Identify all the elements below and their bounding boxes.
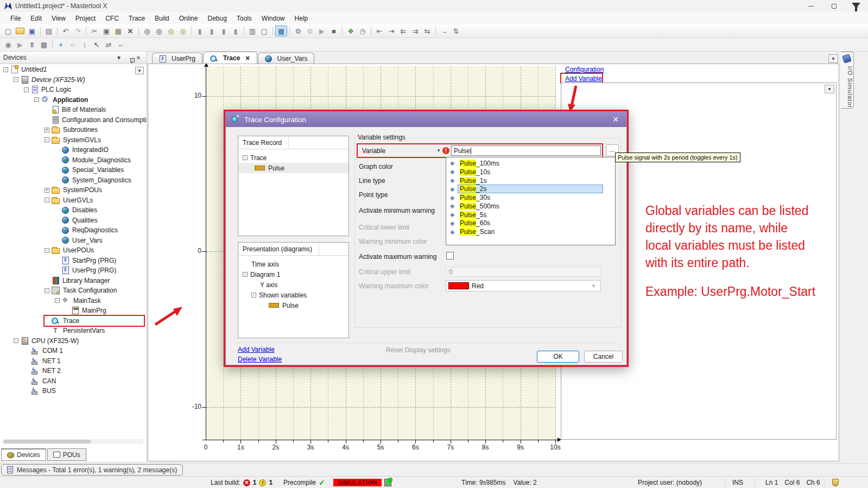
crosshair-icon[interactable]	[55, 39, 67, 50]
undo-icon[interactable]	[60, 26, 72, 36]
shown-variables-item[interactable]: - Shown variables	[238, 290, 349, 300]
tree-expander[interactable]: -	[55, 298, 60, 303]
add-variable-link[interactable]: Add Variable	[238, 346, 275, 353]
tree-item[interactable]: Module_Diagnostics	[0, 155, 147, 166]
tree-item[interactable]: + SystemPOUs	[0, 185, 147, 195]
cut-icon[interactable]	[88, 26, 100, 36]
panel-tab[interactable]: POUs	[47, 448, 86, 461]
stop-icon[interactable]	[328, 26, 340, 36]
menu-item[interactable]: Tools	[232, 12, 257, 24]
menu-item[interactable]: CFC	[100, 12, 124, 24]
tree-item[interactable]: - Task Configuration	[0, 286, 147, 296]
menu-item[interactable]: View	[47, 12, 71, 24]
menu-item[interactable]: Edit	[26, 12, 47, 24]
outdent-left-icon[interactable]	[397, 26, 409, 36]
trace-record-variable[interactable]: Pulse	[238, 163, 349, 173]
tree-expander[interactable]	[45, 107, 49, 112]
dropdown-item[interactable]: Pulse_2s	[446, 185, 615, 193]
tree-item[interactable]: Trace	[0, 316, 147, 326]
tree-expander[interactable]	[55, 208, 60, 213]
dropdown-item[interactable]: Pulse_10s	[446, 168, 615, 176]
tree-item[interactable]: Qualities	[0, 216, 147, 226]
open-icon[interactable]	[14, 26, 26, 36]
panel-menu-icon[interactable]: ▼	[114, 55, 124, 61]
fit-icon[interactable]	[79, 39, 91, 50]
tree-expander[interactable]: +	[45, 128, 49, 132]
tree-item[interactable]: CAN	[0, 376, 147, 386]
bookmark-icon[interactable]	[194, 26, 206, 36]
bookmark-next-icon[interactable]	[218, 26, 230, 36]
tree-expander[interactable]: -	[3, 67, 8, 72]
copy-format-icon[interactable]	[246, 26, 258, 36]
tree-item[interactable]: Special_Variables	[0, 165, 147, 175]
tree-expander[interactable]	[24, 358, 29, 363]
trace-icon[interactable]	[2, 39, 14, 50]
diagram-item[interactable]: - Diagram 1	[238, 269, 349, 280]
pause-icon[interactable]	[26, 39, 38, 50]
tree-item[interactable]: - Untitled1	[0, 65, 147, 75]
dropdown-item[interactable]: Pulse_60s	[446, 219, 615, 228]
tree-item[interactable]: Bill of Materials	[0, 105, 147, 115]
build-icon[interactable]	[345, 26, 357, 36]
tree-expander[interactable]	[24, 369, 29, 373]
dropdown-item[interactable]: Pulse_5s	[446, 211, 615, 219]
menu-item[interactable]: Debug	[202, 12, 231, 24]
tree-item[interactable]: NET 1	[0, 356, 147, 366]
bookmark-prev-icon[interactable]	[206, 26, 218, 36]
window-icon[interactable]	[258, 26, 270, 36]
expand-icon[interactable]	[115, 39, 126, 50]
tree-expander[interactable]	[55, 258, 60, 263]
tree-item[interactable]: Disables	[0, 205, 147, 216]
tree-expander[interactable]	[24, 389, 29, 394]
tree-item[interactable]: + Subroutines	[0, 125, 147, 135]
tab-close-icon[interactable]: ✕	[245, 55, 250, 62]
delete-variable-link[interactable]: Delete Variable	[238, 356, 282, 363]
tree-item[interactable]: - MainTask	[0, 296, 147, 306]
tree-expander[interactable]: -	[24, 87, 29, 92]
tree-item[interactable]: StartPrg (PRG)	[0, 256, 147, 266]
horizontal-scrollbar[interactable]	[2, 439, 143, 444]
tree-expander[interactable]	[55, 228, 60, 233]
unindent-icon[interactable]	[421, 26, 433, 36]
tree-item[interactable]: - PLC Logic	[0, 85, 147, 95]
dropdown-item[interactable]: Pulse_1s	[446, 176, 615, 185]
time-axis-item[interactable]: Time axis	[238, 259, 349, 269]
tree-item[interactable]: - UserPOUs	[0, 245, 147, 256]
legend-dropdown-icon[interactable]: ▼	[825, 85, 834, 93]
tree-expander[interactable]	[55, 238, 60, 243]
clock-icon[interactable]	[357, 26, 369, 36]
tree-item[interactable]: UserPrg (PRG)	[0, 265, 147, 276]
side-tab[interactable]: I/O Simulator	[841, 52, 854, 109]
tree-expander[interactable]: -	[14, 77, 18, 82]
start-icon[interactable]	[316, 26, 328, 36]
tree-expander[interactable]	[55, 178, 60, 182]
sync-icon[interactable]	[450, 26, 462, 36]
tree-expander[interactable]	[55, 168, 60, 173]
play-icon[interactable]	[14, 39, 26, 50]
tree-item[interactable]: - Device (XF325-W)	[0, 75, 147, 85]
minimize-button[interactable]	[800, 0, 822, 12]
indent-left-icon[interactable]	[373, 26, 385, 36]
panel-tab[interactable]: Devices	[1, 448, 46, 461]
shown-variable-pulse[interactable]: Pulse	[238, 300, 349, 310]
tree-item[interactable]: BUS	[0, 386, 147, 396]
redo-icon[interactable]	[72, 26, 84, 36]
tree-item[interactable]: ReqDiagnostics	[0, 225, 147, 236]
document-tab[interactable]: Trace ✕	[203, 52, 257, 64]
tree-item[interactable]: - UserGVLs	[0, 195, 147, 206]
menu-item[interactable]: Help	[290, 12, 313, 24]
menu-item[interactable]: Trace	[124, 12, 150, 24]
tree-expander[interactable]	[55, 157, 60, 162]
tree-expander[interactable]	[45, 278, 49, 283]
tree-quicknav-dropdown[interactable]: ▼	[135, 67, 144, 74]
tree-expander[interactable]: -	[45, 248, 49, 253]
replace-files-icon[interactable]	[177, 26, 189, 36]
menu-item[interactable]: Online	[174, 12, 203, 24]
ok-button[interactable]: OK	[537, 351, 579, 363]
tree-item[interactable]: NET 2	[0, 366, 147, 376]
tree-item[interactable]: - SystemGVLs	[0, 135, 147, 145]
y-axis-item[interactable]: Y axis	[238, 280, 349, 290]
tree-expander[interactable]	[55, 218, 60, 223]
chevron-down-icon[interactable]: ▼	[436, 148, 441, 153]
gear-online-icon[interactable]	[292, 26, 304, 36]
